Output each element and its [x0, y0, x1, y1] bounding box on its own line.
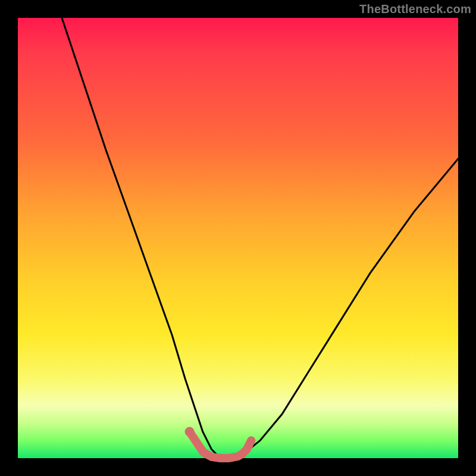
watermark-text: TheBottleneck.com — [359, 2, 471, 16]
trough-marker-dot-right — [247, 436, 255, 444]
chart-svg — [18, 18, 458, 458]
trough-marker-dot-left — [185, 427, 195, 437]
chart-frame: TheBottleneck.com — [0, 0, 476, 476]
trough-marker-curve — [190, 432, 252, 458]
main-curve — [62, 18, 458, 458]
plot-area — [18, 18, 458, 458]
